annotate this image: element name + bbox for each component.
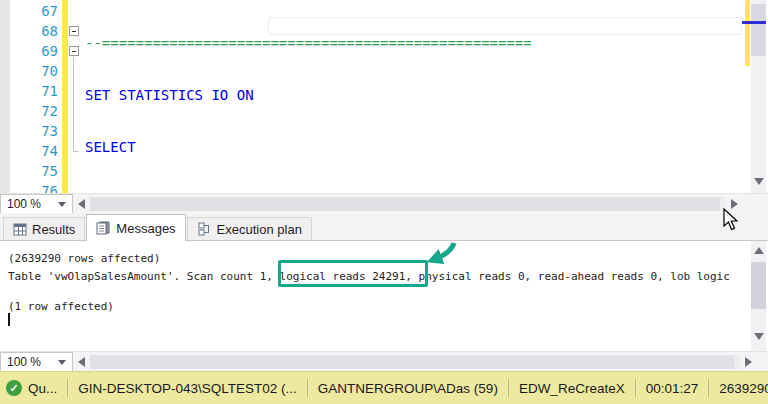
results-tab-bar: Results Messages Execution plan	[0, 213, 768, 241]
status-divider	[508, 379, 509, 397]
status-divider	[708, 379, 709, 397]
messages-vertical-scrollbar-thumb[interactable]	[751, 262, 766, 309]
messages-note-icon	[96, 221, 111, 235]
tab-label: Execution plan	[217, 222, 302, 237]
user-name-label: GANTNERGROUP\ADas (59)	[318, 381, 498, 396]
code-line[interactable]: SELECT	[85, 137, 532, 157]
annotation-arrow-icon	[408, 241, 464, 269]
status-divider	[67, 379, 68, 397]
scroll-down-arrow[interactable]	[754, 178, 764, 185]
line-number: 69	[10, 41, 58, 61]
messages-pane[interactable]: (2639290 rows affected) Table 'vwOlapSal…	[0, 241, 768, 351]
status-bar: ✓ Qu... GIN-DESKTOP-043\SQLTEST02 (... G…	[0, 371, 768, 404]
line-number: 68	[10, 21, 58, 41]
message-line: (2639290 rows affected)	[8, 252, 160, 265]
tab-results[interactable]: Results	[3, 217, 85, 240]
scroll-right-arrow[interactable]	[745, 357, 752, 367]
server-name-label: GIN-DESKTOP-043\SQLTEST02 (...	[78, 381, 297, 396]
scrollbar-caret-position-marker	[742, 21, 766, 24]
chevron-down-icon	[58, 360, 66, 365]
tab-label: Results	[32, 222, 75, 237]
editor-scroll-bar-row: 100 %	[0, 193, 768, 213]
tab-label: Messages	[116, 221, 175, 236]
fold-collapse-icon[interactable]	[69, 26, 79, 36]
text-caret	[8, 313, 10, 326]
status-divider	[307, 379, 308, 397]
tab-execution-plan[interactable]: Execution plan	[187, 217, 312, 240]
scroll-left-arrow[interactable]	[78, 199, 85, 209]
line-number-gutter: 67 68 69 70 71 72 73 74 75 76	[10, 1, 58, 193]
code-line[interactable]: SET STATISTICS IO ON	[85, 85, 532, 105]
database-name-label: EDW_ReCreateX	[519, 381, 625, 396]
annotation-highlight-box	[278, 260, 428, 287]
messages-scroll-bar-row: 100 %	[0, 351, 768, 371]
success-check-icon: ✓	[6, 380, 22, 396]
messages-zoom-value: 100 %	[1, 355, 58, 369]
query-duration-label: 00:01:27	[646, 381, 699, 396]
fold-collapse-icon[interactable]	[69, 46, 79, 56]
fold-guide-line	[73, 57, 74, 151]
message-line: (1 row affected)	[8, 300, 114, 313]
sql-editor[interactable]: 67 68 69 70 71 72 73 74 75 76 --========…	[0, 0, 768, 193]
chevron-down-icon	[58, 202, 66, 207]
line-number: 72	[10, 101, 58, 121]
line-number: 76	[10, 181, 58, 193]
execution-plan-icon	[197, 222, 212, 236]
scroll-up-arrow[interactable]	[754, 247, 764, 254]
row-count-label: 2639290 rows	[719, 381, 768, 396]
editor-zoom-value: 100 %	[1, 197, 58, 211]
line-number: 67	[10, 1, 58, 21]
line-number: 71	[10, 81, 58, 101]
line-number: 74	[10, 141, 58, 161]
status-divider	[635, 379, 636, 397]
editor-indicator-margin	[0, 0, 10, 193]
tab-messages[interactable]: Messages	[86, 214, 185, 241]
editor-zoom-select[interactable]: 100 %	[0, 194, 73, 214]
query-status-label: Qu...	[28, 381, 57, 396]
code-line[interactable]: --======================================…	[85, 33, 532, 53]
line-number: 75	[10, 161, 58, 181]
editor-vertical-scrollbar-thumb[interactable]	[751, 4, 766, 56]
editor-horizontal-scrollbar-thumb[interactable]	[90, 197, 720, 211]
ssms-query-window: 67 68 69 70 71 72 73 74 75 76 --========…	[0, 0, 768, 404]
line-number: 70	[10, 61, 58, 81]
messages-horizontal-scrollbar-thumb[interactable]	[90, 355, 734, 369]
scrollbar-change-mark	[745, 0, 750, 66]
fold-guide-tick	[73, 151, 79, 152]
mouse-cursor	[722, 208, 740, 232]
scroll-left-arrow[interactable]	[78, 357, 85, 367]
results-grid-icon	[13, 223, 27, 236]
messages-zoom-select[interactable]: 100 %	[0, 352, 73, 372]
redaction-box	[268, 17, 742, 35]
scroll-down-arrow[interactable]	[754, 333, 764, 340]
change-tracking-bar	[62, 0, 68, 193]
line-number: 73	[10, 121, 58, 141]
